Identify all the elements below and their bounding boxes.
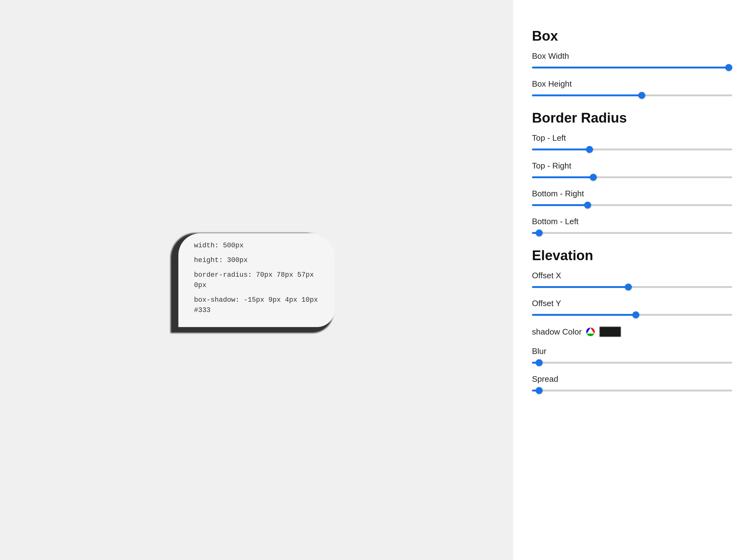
border-radius-section: Border Radius Top - Left Top - Right Bot… xyxy=(532,110,732,235)
box-section-title: Box xyxy=(532,28,732,44)
offset-y-group: Offset Y xyxy=(532,299,732,317)
css-line-2: height: 300px xyxy=(194,255,319,265)
box-preview: width: 500px height: 300px border-radius… xyxy=(178,233,335,327)
controls-panel: Box Box Width Box Height Border Radius T… xyxy=(513,0,751,560)
blur-slider[interactable] xyxy=(532,362,732,364)
box-width-label: Box Width xyxy=(532,51,732,61)
border-radius-title: Border Radius xyxy=(532,110,732,126)
box-width-group: Box Width xyxy=(532,51,732,70)
offset-y-slider[interactable] xyxy=(532,314,732,316)
spread-group: Spread xyxy=(532,374,732,393)
top-left-label: Top - Left xyxy=(532,133,732,143)
spread-slider[interactable] xyxy=(532,389,732,392)
elevation-title: Elevation xyxy=(532,248,732,263)
box-section: Box Box Width Box Height xyxy=(532,28,732,98)
top-right-label: Top - Right xyxy=(532,161,732,171)
svg-point-1 xyxy=(589,330,592,333)
bottom-left-slider[interactable] xyxy=(532,232,732,234)
box-width-slider[interactable] xyxy=(532,66,732,68)
top-left-slider[interactable] xyxy=(532,148,732,151)
color-wheel-icon xyxy=(586,327,595,336)
bottom-left-label: Bottom - Left xyxy=(532,217,732,226)
css-line-1: width: 500px xyxy=(194,240,319,251)
shadow-color-swatch[interactable] xyxy=(599,326,621,337)
bottom-left-group: Bottom - Left xyxy=(532,217,732,235)
offset-y-label: Offset Y xyxy=(532,299,732,308)
bottom-right-label: Bottom - Right xyxy=(532,189,732,199)
css-line-4: box-shadow: -15px 9px 4px 10px #333 xyxy=(194,295,319,316)
box-height-group: Box Height xyxy=(532,79,732,98)
elevation-section: Elevation Offset X Offset Y shadow Color… xyxy=(532,248,732,393)
css-line-3: border-radius: 70px 78px 57px 0px xyxy=(194,270,319,291)
shadow-color-row: shadow Color xyxy=(532,326,732,337)
box-height-slider[interactable] xyxy=(532,95,732,96)
shadow-color-label: shadow Color xyxy=(532,327,582,337)
bottom-right-group: Bottom - Right xyxy=(532,189,732,207)
offset-x-label: Offset X xyxy=(532,271,732,280)
offset-x-group: Offset X xyxy=(532,271,732,289)
preview-area: width: 500px height: 300px border-radius… xyxy=(0,0,513,560)
top-right-group: Top - Right xyxy=(532,161,732,179)
blur-label: Blur xyxy=(532,346,732,356)
blur-group: Blur xyxy=(532,346,732,365)
box-height-label: Box Height xyxy=(532,79,732,89)
offset-x-slider[interactable] xyxy=(532,286,732,288)
top-right-slider[interactable] xyxy=(532,176,732,178)
bottom-right-slider[interactable] xyxy=(532,204,732,206)
spread-label: Spread xyxy=(532,374,732,384)
top-left-group: Top - Left xyxy=(532,133,732,152)
